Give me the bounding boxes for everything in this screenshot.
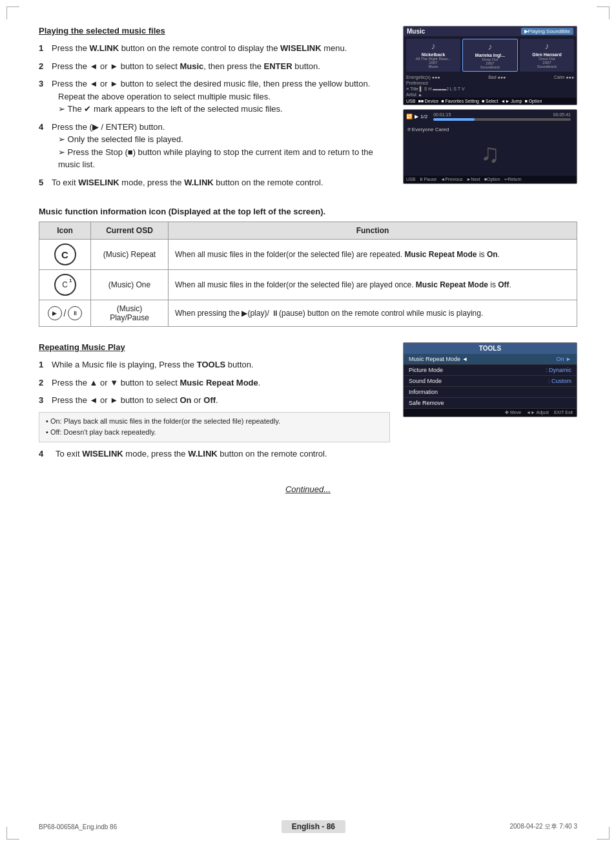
track-info: 1/2	[420, 114, 427, 119]
icon-cell-2: 1 C	[39, 270, 91, 300]
card-sub-2: Drop Out2007Soundtrack	[465, 57, 515, 69]
play-btn-icon: ▶	[48, 306, 62, 320]
label-artist: Artist ▲	[406, 92, 422, 97]
nav-prev: ◄Previous	[440, 177, 462, 182]
footer-adjust: ◄► Adjust	[526, 410, 549, 415]
s2-step-3: 3 Press the ◄ or ► button to select On o…	[39, 394, 390, 407]
music-ui-player: 🔁 ▶ 1/2 00:01:15 00:05:41 If E	[403, 109, 577, 184]
col-icon: Icon	[39, 222, 91, 240]
tools-header: TOOLS	[404, 343, 577, 354]
s2-step-1-num: 1	[39, 358, 48, 371]
corner-tr	[597, 6, 610, 19]
pause-btn-icon: ⏸	[68, 306, 82, 320]
music-grid: ♪ Nickelback All The Right Reas...2007Bl…	[404, 36, 577, 74]
card-title-3: Glen Hansard	[522, 52, 572, 57]
note-box: • On: Plays back all music files in the …	[39, 412, 390, 442]
tools-footer: ✤ Move ◄► Adjust EXIT Exit	[404, 409, 577, 417]
nav-usb2: USB	[406, 177, 415, 182]
continued-label: Continued...	[285, 484, 331, 494]
nav-next: ►Next	[466, 177, 480, 182]
tools-label-1: Music Repeat Mode ◄	[409, 356, 467, 362]
step-1-content: Press the W.LINK button on the remote co…	[52, 42, 390, 55]
function-cell-2: When all music files in the folder(or th…	[169, 270, 577, 300]
s2-step-4-num: 4	[39, 448, 48, 460]
step-2: 2 Press the ◄ or ► button to select Musi…	[39, 60, 390, 73]
progress-area: 00:01:15 00:05:41	[430, 112, 574, 121]
step-5-num: 5	[39, 176, 48, 189]
file-info: BP68-00658A_Eng.indb 86	[39, 823, 117, 831]
nav-fav: ■ Favorites Setting	[441, 99, 479, 103]
step-5: 5 To exit WISELINK mode, press the W.LIN…	[39, 176, 390, 189]
card-title-1: Nickelback	[408, 52, 458, 57]
nav-usb: USB	[406, 99, 415, 103]
progress-fill	[433, 118, 475, 121]
tools-row-3: Sound Mode : Custom	[404, 376, 577, 387]
step-5-content: To exit WISELINK mode, press the W.LINK …	[52, 176, 390, 189]
col-function: Function	[169, 222, 577, 240]
music-card-3: ♪ Glen Hansard Once Ost2007Soundtrack	[520, 39, 574, 72]
tools-label-3: Sound Mode	[409, 378, 442, 384]
step-1: 1 Press the W.LINK button on the remote …	[39, 42, 390, 55]
s2-step-4-content: To exit WISELINK mode, press the W.LINK …	[56, 448, 390, 460]
slash: /	[64, 308, 67, 318]
s2-step-4: 4 To exit WISELINK mode, press the W.LIN…	[39, 448, 390, 460]
music-ui-title: Music	[407, 28, 425, 35]
nav-device: ■■ Device	[418, 99, 438, 103]
s2-step-2-content: Press the ▲ or ▼ button to select Music …	[52, 377, 390, 389]
ui-preference-row: Preference	[404, 80, 577, 86]
music-icon-2: ♪	[465, 41, 515, 52]
section1-text: Playing the selected music files 1 Press…	[39, 26, 390, 194]
tools-value-3: : Custom	[548, 378, 571, 384]
music-ui-playbtn: ▶Playing SoundBite	[521, 28, 573, 35]
step-3-arrow1: Repeat the above operation to select mul…	[52, 90, 390, 103]
section1-title: Playing the selected music files	[39, 26, 390, 36]
nav-select: ■ Select	[482, 99, 498, 103]
step-4-content: Press the (▶ / ENTER) button. ➢ Only the…	[52, 121, 390, 171]
ui-title-row: ≡ Title ▌ S H ▬▬▬J L S T V	[404, 86, 577, 92]
icon-cell-1: C	[39, 240, 91, 270]
tools-label-4: Information	[409, 389, 438, 395]
nav-jump: ◄► Jump	[501, 99, 522, 103]
music-card-2: ♪ Marieka Ingl... Drop Out2007Soundtrack	[462, 39, 518, 72]
nav-pause: ⏸Pause	[419, 177, 436, 182]
osd-cell-1: (Music) Repeat	[91, 240, 169, 270]
function-cell-3: When pressing the ▶(play)/ ⏸(pause) butt…	[169, 300, 577, 327]
s2-step-3-num: 3	[39, 394, 48, 407]
player-controls: 🔁 ▶ 1/2	[406, 114, 427, 119]
player-top: 🔁 ▶ 1/2 00:01:15 00:05:41	[404, 110, 577, 123]
music-ui-top: Music ▶Playing SoundBite ♪ Nickelback Al…	[403, 26, 577, 105]
player-nav: USB ⏸Pause ◄Previous ►Next ■Option ↩Retu…	[404, 176, 577, 183]
step-2-num: 2	[39, 60, 48, 73]
repeat-icon: 🔁	[406, 114, 413, 119]
section2-steps: 1 While a Music file is playing, Press t…	[39, 358, 390, 460]
music-icon-3: ♪	[522, 41, 572, 51]
nav-option2: ■Option	[484, 177, 500, 182]
step-4-arrow2: ➢ Press the Stop (■) button while playin…	[52, 146, 390, 171]
label-title-col: ≡ Title ▌ S H ▬▬▬J L S T V	[406, 87, 465, 91]
card-sub-1: All The Right Reas...2007Blues	[408, 57, 458, 68]
date-info: 2008-04-22 오후 7:40 3	[509, 822, 577, 831]
tools-value-1: On ►	[557, 356, 571, 362]
song-art: ♫	[404, 134, 577, 176]
col-osd: Current OSD	[91, 222, 169, 240]
footer-move: ✤ Move	[505, 410, 521, 415]
icon-cell-3: ▶ / ⏸	[39, 300, 91, 327]
note-off: • Off: Doesn't play back repeatedly.	[46, 428, 156, 436]
card-title-2: Marieka Ingl...	[465, 53, 515, 57]
ui-navbar-1: USB ■■ Device ■ Favorites Setting ■ Sele…	[404, 98, 577, 105]
s2-step-2-num: 2	[39, 377, 48, 389]
progress-bar	[433, 118, 571, 121]
section2-title: Repeating Music Play	[39, 342, 390, 352]
page-footer: BP68-00658A_Eng.indb 86 English - 86 200…	[0, 820, 616, 833]
section1: Playing the selected music files 1 Press…	[39, 26, 577, 194]
play-icon: ▶	[415, 114, 418, 119]
label-energetic: Energetic(x) ●●●	[406, 75, 440, 79]
ui-label-row: Energetic(x) ●●● Bad ●●● Calm ●●●	[404, 74, 577, 80]
osd-cell-3: (Music) Play/Pause	[91, 300, 169, 327]
step-3-num: 3	[39, 77, 48, 116]
step-4-num: 4	[39, 121, 48, 171]
page-number: English - 86	[282, 820, 345, 833]
section2-text: Repeating Music Play 1 While a Music fil…	[39, 342, 390, 465]
table-header-label: Music function information icon (Display…	[39, 207, 577, 216]
corner-tl	[6, 6, 19, 19]
